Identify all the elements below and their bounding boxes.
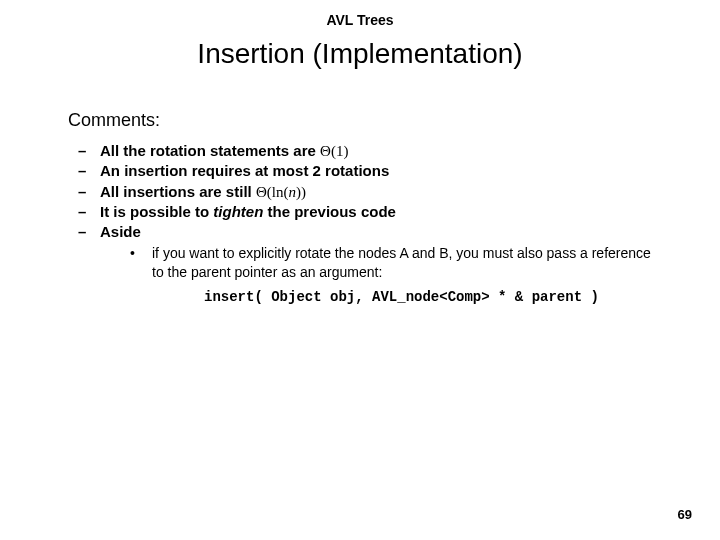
- slide-header: AVL Trees: [0, 0, 720, 28]
- bullet-text: the previous code: [263, 203, 396, 220]
- slide-body: Comments: All the rotation statements ar…: [0, 70, 720, 307]
- sub-text: if you want to explicitly rotate the nod…: [152, 245, 651, 280]
- theta-close: )): [296, 184, 306, 200]
- theta-open: Θ(ln(: [256, 184, 289, 200]
- list-item: An insertion requires at most 2 rotation…: [78, 161, 652, 181]
- bullet-text: An insertion requires at most 2 rotation…: [100, 162, 389, 179]
- bullet-list: All the rotation statements are Θ(1) An …: [68, 141, 652, 307]
- slide: { "header": "AVL Trees", "title": "Inser…: [0, 0, 720, 540]
- list-item: Aside if you want to explicitly rotate t…: [78, 222, 652, 307]
- comments-label: Comments:: [68, 110, 652, 131]
- bullet-text: All insertions are still: [100, 183, 256, 200]
- list-item: All the rotation statements are Θ(1): [78, 141, 652, 161]
- theta-expr: Θ(1): [320, 143, 348, 159]
- page-number: 69: [678, 507, 692, 522]
- code-line: insert( Object obj, AVL_node<Comp> * & p…: [152, 288, 652, 307]
- slide-title: Insertion (Implementation): [0, 38, 720, 70]
- list-item: It is possible to tighten the previous c…: [78, 202, 652, 222]
- bullet-text: It is possible to: [100, 203, 213, 220]
- em-text: tighten: [213, 203, 263, 220]
- bullet-text: All the rotation statements are: [100, 142, 320, 159]
- theta-expr: Θ(ln(n)): [256, 184, 306, 200]
- list-item: All insertions are still Θ(ln(n)): [78, 182, 652, 202]
- sub-list-item: if you want to explicitly rotate the nod…: [130, 244, 652, 307]
- var-n: n: [288, 184, 296, 200]
- bullet-text: Aside: [100, 223, 141, 240]
- sub-list: if you want to explicitly rotate the nod…: [100, 244, 652, 307]
